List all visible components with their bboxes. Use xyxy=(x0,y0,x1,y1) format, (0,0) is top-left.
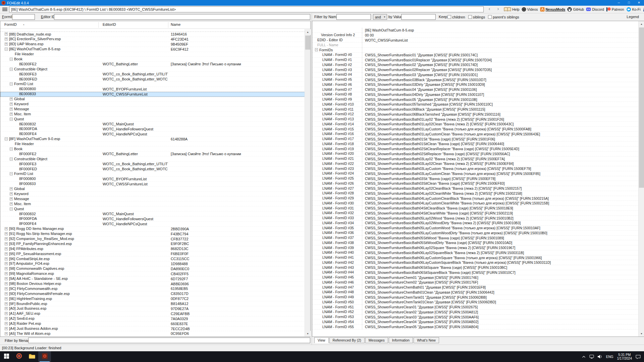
link-kofi[interactable]: Ko-Fi xyxy=(626,7,641,12)
tree-row[interactable]: +Misc. Item xyxy=(0,112,305,117)
scroll-down-icon[interactable]: ▼ xyxy=(639,331,644,337)
expand-icon[interactable]: + xyxy=(5,317,8,320)
record-row-lnam[interactable]: LNAM - FormID #11CWSS_ShowerFurnitureBas… xyxy=(312,107,638,112)
tree-row[interactable]: +[9F] BoundInPublic.espB814BA12 xyxy=(0,301,305,306)
record-row-lnam[interactable]: LNAM - FormID #38CWSS_ShowerFurnitureBas… xyxy=(312,240,638,245)
tree-row[interactable]: +[8B] Deathclaw_nude.esp11846416 xyxy=(0,32,305,37)
expand-icon[interactable]: + xyxy=(5,322,8,325)
link-help[interactable]: Help xyxy=(504,7,520,12)
tree-row[interactable]: 8E000FE3WOTC_co_Book_BathingLetter_UTILI… xyxy=(0,72,305,77)
filter-operator-select[interactable]: and ▼ xyxy=(373,14,387,20)
collapse-icon[interactable]: − xyxy=(10,172,13,175)
expand-icon[interactable]: + xyxy=(5,38,8,41)
tree-row[interactable]: 8F000833WOTC_CWSSFurnitureList xyxy=(0,182,305,187)
forward-button[interactable]: › xyxy=(495,6,501,11)
record-row-lnam[interactable]: LNAM - FormID #44CWSS_ShowerFurnitureBas… xyxy=(312,270,638,275)
expand-icon[interactable]: + xyxy=(5,307,8,310)
record-row-lnam[interactable]: LNAM - FormID #8CWSS_ShowerFurnitureBasi… xyxy=(312,92,638,97)
link-patreon[interactable]: Patreon xyxy=(606,7,624,12)
record-row-lnam[interactable]: LNAM - FormID #49CWSS_ShowerFurnitureChe… xyxy=(312,295,638,300)
collapse-icon[interactable]: − xyxy=(10,58,13,61)
volume-icon[interactable] xyxy=(598,355,602,359)
tree-row[interactable]: +[9B] Boston Devious Helper.espABBE0696 xyxy=(0,282,305,287)
record-row-lnam[interactable]: LNAM - FormID #17CWSS_ShowerFurnitureBas… xyxy=(312,137,638,142)
record-row[interactable]: Version Control Info 200 00 xyxy=(312,33,638,38)
start-button[interactable] xyxy=(0,351,13,362)
record-row-lnam[interactable]: LNAM - FormID #13CWSS_ShowerFurnitureBas… xyxy=(312,117,638,122)
tree-row[interactable]: 8F000FE2WOTC_BathingLetter[Записка] Смой… xyxy=(0,152,305,157)
browser-button[interactable] xyxy=(13,351,25,362)
filter-by-name-input[interactable] xyxy=(336,14,371,20)
record-row-lnam[interactable]: LNAM - FormID #0CWSS_ShowerFurnitureBasi… xyxy=(312,53,638,58)
back-button[interactable]: ‹ xyxy=(486,6,492,11)
tree-row[interactable]: +[9E] HighHeelTraining.esp0DF877C2 xyxy=(0,296,305,301)
record-row-lnam[interactable]: LNAM - FormID #31CWSS_ShowerFurnitureBas… xyxy=(312,206,638,211)
tree-row[interactable]: 8E000FE2WOTC_BathingLetter[Записка] Смой… xyxy=(0,62,305,67)
tree-row[interactable]: +[97] Amputator_FO4.esp1D988488 xyxy=(0,261,305,266)
collapse-icon[interactable]: − xyxy=(315,48,318,51)
record-row-lnam[interactable]: LNAM - FormID #28CWSS_ShowerFurnitureBas… xyxy=(312,191,638,196)
collapse-icon[interactable]: − xyxy=(10,147,13,150)
record-row-lnam[interactable]: LNAM - FormID #24CWSS_ShowerFurnitureBas… xyxy=(312,171,638,176)
close-button[interactable]: ✕ xyxy=(634,0,644,6)
record-row[interactable]: FULL - Name xyxy=(312,43,638,48)
expand-icon[interactable]: + xyxy=(5,267,8,270)
tree-row[interactable]: +[90] Rogg DD Items Manager.esp2BBD390A xyxy=(0,227,305,232)
record-row-lnam[interactable]: LNAM - FormID #7CWSS_ShowerFurnitureBasi… xyxy=(312,87,638,92)
tree-row[interactable]: +Message xyxy=(0,107,305,112)
checkbox-icon[interactable] xyxy=(468,15,472,19)
record-row-lnam[interactable]: LNAM - FormID #23CWSS_ShowerFurnitureBas… xyxy=(312,166,638,171)
collapse-icon[interactable]: − xyxy=(10,158,13,161)
record-row-lnam[interactable]: LNAM - FormID #37CWSS_ShowerFurnitureBas… xyxy=(312,236,638,241)
collapse-icon[interactable]: − xyxy=(5,48,8,51)
tree-row[interactable]: +Global xyxy=(0,97,305,102)
formid-input[interactable] xyxy=(12,14,35,20)
record-row-lnam[interactable]: LNAM - FormID #9CWSS_ShowerFurnitureBasi… xyxy=(312,97,638,102)
record-row-lnam[interactable]: LNAM - FormID #4CWSS_ShowerFurnitureBasi… xyxy=(312,72,638,77)
expand-icon[interactable]: + xyxy=(5,257,8,260)
record-row[interactable]: EDID - Editor IDWOTC_CWSSFurnitureList xyxy=(312,38,638,43)
collapse-icon[interactable]: − xyxy=(10,68,13,71)
tree-row[interactable]: +[A5] The Will of Atom.esp0C95EFD6 xyxy=(0,331,305,336)
expand-icon[interactable]: + xyxy=(5,287,8,290)
expand-icon[interactable]: + xyxy=(5,262,8,265)
maximize-button[interactable]: □ xyxy=(624,0,634,6)
record-row-lnam[interactable]: LNAM - FormID #45CWSS_ShowerFurnitureChe… xyxy=(312,275,638,280)
expand-icon[interactable]: + xyxy=(5,237,8,240)
tree-row[interactable]: +[98] Commonwealth Captives.espDA890EC0 xyxy=(0,266,305,272)
tree-row[interactable]: −Quest xyxy=(0,117,305,122)
expand-icon[interactable]: + xyxy=(10,103,13,106)
record-row-lnam[interactable]: LNAM - FormID #52CWSS_ShowerFurnitureCle… xyxy=(312,310,638,315)
record-row-lnam[interactable]: LNAM - FormID #16CWSS_ShowerFurnitureBas… xyxy=(312,132,638,137)
legend-link[interactable]: Legend xyxy=(627,15,639,19)
menu-icon[interactable] xyxy=(2,8,7,11)
record-row-lnam[interactable]: LNAM - FormID #41CWSS_ShowerFurnitureBas… xyxy=(312,255,638,260)
tree-row[interactable]: +[9C] FlirtyCommonwealth.esp61958EB5 xyxy=(0,286,305,291)
column-header-name[interactable]: Name xyxy=(171,22,180,26)
record-row-lnam[interactable]: LNAM - FormID #42CWSS_ShowerFurnitureBas… xyxy=(312,260,638,265)
record-row-lnam[interactable]: LNAM - FormID #3CWSS_ShowerFurnitureBasi… xyxy=(312,67,638,72)
tree-row[interactable]: +Keyword xyxy=(0,192,305,197)
record-row-lnam[interactable]: LNAM - FormID #35CWSS_ShowerFurnitureBas… xyxy=(312,226,638,231)
breadcrumb[interactable]: [8E] WashOutThatCum 8-5.esp (E6C9F412) \… xyxy=(9,6,484,12)
tree-row[interactable]: −Book xyxy=(0,146,305,152)
tree-row[interactable]: −FormID List xyxy=(0,82,305,87)
record-row-lnam[interactable]: LNAM - FormID #10CWSS_ShowerFurnitureBas… xyxy=(312,102,638,107)
record-row-lnam[interactable]: LNAM - FormID #5CWSS_ShowerFurnitureBasi… xyxy=(312,77,638,82)
tree-row[interactable]: +[8C] ErectionFix_SilverPerv.esp4FC23D41 xyxy=(0,37,305,42)
record-row-lnam[interactable]: LNAM - FormID #39CWSS_ShowerFurnitureBas… xyxy=(312,245,638,250)
tree-row[interactable]: +[8D] UAP Moans.esp9B4509EF xyxy=(0,42,305,47)
expand-icon[interactable]: + xyxy=(10,113,13,116)
clock[interactable]: 5:31 PM 1/17/2024 xyxy=(617,353,632,361)
editorid-input[interactable] xyxy=(54,14,310,20)
scrollbar-thumb[interactable] xyxy=(305,36,310,50)
record-row-lnam[interactable]: LNAM - FormID #50CWSS_ShowerFurnitureChe… xyxy=(312,300,638,305)
tree-row[interactable]: 8F000FE4WOTC_HandleNPCsQuest xyxy=(0,222,305,227)
tab-what-s-new[interactable]: What's New xyxy=(414,337,439,343)
expand-icon[interactable]: + xyxy=(5,297,8,300)
scrollbar-thumb[interactable] xyxy=(639,27,644,188)
tree-row[interactable]: +[A1] AAF_SEU.espC29EAFBB xyxy=(0,311,305,316)
expand-icon[interactable]: + xyxy=(5,312,8,315)
record-row-lnam[interactable]: LNAM - FormID #47CWSS_ShowerFurnitureChe… xyxy=(312,285,638,290)
expand-icon[interactable]: + xyxy=(10,187,13,190)
